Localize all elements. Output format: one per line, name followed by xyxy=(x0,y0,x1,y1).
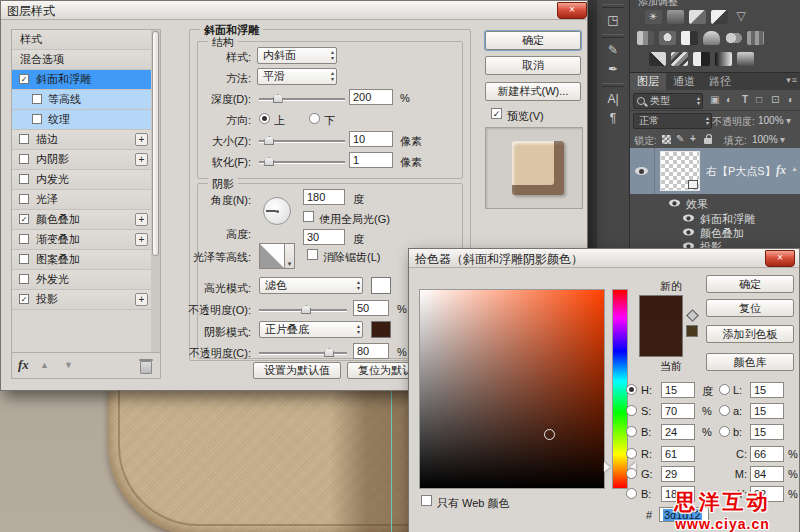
l-input[interactable]: 15 xyxy=(750,382,784,398)
checkbox[interactable] xyxy=(19,74,29,84)
layer-name[interactable]: 右【P大点S】 xyxy=(706,164,776,179)
close-icon[interactable] xyxy=(765,250,795,267)
bevel-style-dropdown[interactable]: 内斜面 xyxy=(257,47,337,64)
invert-icon[interactable] xyxy=(649,52,666,66)
levels-icon[interactable] xyxy=(667,10,684,24)
panel-icon-paragraph[interactable] xyxy=(597,109,629,128)
effects-row[interactable]: 效果 xyxy=(630,196,800,210)
layer-row[interactable]: 右【P大点S】 fx xyxy=(630,148,800,194)
checkbox[interactable] xyxy=(19,194,29,204)
panel-icon-tool-presets[interactable] xyxy=(597,11,629,30)
plus-icon[interactable] xyxy=(135,213,148,226)
filter-type-layers-icon[interactable] xyxy=(742,94,748,106)
cancel-button[interactable]: 取消 xyxy=(485,56,581,75)
angle-input[interactable]: 180 xyxy=(303,189,345,205)
plus-icon[interactable] xyxy=(135,153,148,166)
highlight-opacity-input[interactable]: 50 xyxy=(353,300,389,316)
selective-color-icon[interactable] xyxy=(737,52,754,66)
b-radio[interactable] xyxy=(626,426,637,437)
saturation-brightness-field[interactable] xyxy=(419,289,605,489)
filter-smart-objects-icon[interactable] xyxy=(771,94,779,106)
list-item-inner-shadow[interactable]: 内阴影 xyxy=(12,150,160,170)
list-item-texture[interactable]: 纹理 xyxy=(12,110,160,130)
size-slider[interactable] xyxy=(259,140,345,142)
panel-icon-character[interactable] xyxy=(597,90,629,109)
l-radio[interactable] xyxy=(719,384,730,395)
m-input[interactable]: 84 xyxy=(750,466,784,482)
effect-item-row[interactable]: 颜色叠加 xyxy=(630,225,800,239)
highlight-opacity-slider[interactable] xyxy=(259,309,347,311)
tab-channels[interactable]: 通道 xyxy=(666,73,702,90)
make-default-button[interactable]: 设置为默认值 xyxy=(253,362,341,379)
web-safe-swatch[interactable] xyxy=(686,325,698,337)
direction-down-radio[interactable] xyxy=(309,113,320,124)
angle-dial[interactable] xyxy=(263,197,291,225)
g-radio[interactable] xyxy=(626,468,637,479)
opacity-value[interactable]: 100% xyxy=(758,115,784,126)
contour-dropdown-icon[interactable] xyxy=(285,243,295,269)
depth-input[interactable]: 200 xyxy=(349,89,393,105)
vibrance-icon[interactable] xyxy=(733,10,750,24)
filter-shape-layers-icon[interactable] xyxy=(756,94,762,106)
tab-paths[interactable]: 路径 xyxy=(702,73,738,90)
checkbox[interactable] xyxy=(19,254,29,264)
ok-button[interactable]: 确定 xyxy=(485,31,581,50)
color-lookup-icon[interactable] xyxy=(747,31,764,45)
move-up-icon[interactable] xyxy=(40,360,49,370)
close-icon[interactable] xyxy=(557,2,587,19)
plus-icon[interactable] xyxy=(135,133,148,146)
checkbox[interactable] xyxy=(19,274,29,284)
list-item-drop-shadow[interactable]: 投影 xyxy=(12,290,160,310)
depth-slider[interactable] xyxy=(259,98,345,100)
soften-input[interactable]: 1 xyxy=(349,152,393,168)
lock-position-icon[interactable] xyxy=(690,133,696,144)
channel-mixer-icon[interactable] xyxy=(725,31,742,45)
color-libraries-button[interactable]: 颜色库 xyxy=(706,353,794,371)
color-picker-titlebar[interactable]: 拾色器（斜面和浮雕阴影颜色） xyxy=(409,249,799,268)
web-colors-only-checkbox[interactable] xyxy=(421,495,432,506)
picker-ok-button[interactable]: 确定 xyxy=(706,275,794,293)
curves-icon[interactable] xyxy=(689,10,706,24)
effect-item-row[interactable]: 斜面和浮雕 xyxy=(630,211,800,225)
h-input[interactable]: 15 xyxy=(661,382,695,398)
r-radio[interactable] xyxy=(626,448,637,459)
gloss-contour-thumbnail[interactable] xyxy=(259,243,285,269)
dropdown-icon[interactable] xyxy=(786,115,791,126)
preview-checkbox[interactable] xyxy=(491,108,502,119)
highlight-color-swatch[interactable] xyxy=(371,277,391,294)
s-radio[interactable] xyxy=(626,405,637,416)
layer-fx-badge[interactable]: fx xyxy=(776,163,786,178)
panel-icon-brush-presets[interactable] xyxy=(597,41,629,60)
filter-adjustment-layers-icon[interactable] xyxy=(726,94,732,106)
color-balance-icon[interactable] xyxy=(659,31,676,45)
new-style-button[interactable]: 新建样式(W)... xyxy=(485,82,581,101)
shadow-mode-dropdown[interactable]: 正片叠底 xyxy=(259,321,363,338)
b2-radio[interactable] xyxy=(626,488,637,499)
list-item-bevel-emboss[interactable]: 斜面和浮雕 xyxy=(12,70,160,90)
list-item-inner-glow[interactable]: 内发光 xyxy=(12,170,160,190)
list-item-outer-glow[interactable]: 外发光 xyxy=(12,270,160,290)
posterize-icon[interactable] xyxy=(671,52,688,66)
dropdown-icon[interactable] xyxy=(780,134,785,145)
fill-value[interactable]: 100% xyxy=(752,134,778,145)
a-radio[interactable] xyxy=(719,405,730,416)
b-input[interactable]: 24 xyxy=(661,424,695,440)
lab-b-radio[interactable] xyxy=(719,426,730,437)
effects-eye-icon[interactable] xyxy=(669,200,680,207)
effect-eye-icon[interactable] xyxy=(683,215,694,222)
effect-eye-icon[interactable] xyxy=(683,229,694,236)
tab-layers[interactable]: 图层 xyxy=(630,73,666,90)
filter-toggle-icon[interactable] xyxy=(788,94,794,106)
plus-icon[interactable] xyxy=(135,233,148,246)
scrollbar-thumb[interactable] xyxy=(152,31,159,256)
direction-up-radio[interactable] xyxy=(259,113,270,124)
technique-dropdown[interactable]: 平滑 xyxy=(257,68,337,85)
filter-kind-dropdown[interactable]: 类型 xyxy=(633,93,703,109)
list-scrollbar[interactable] xyxy=(151,30,160,352)
list-item-contour[interactable]: 等高线 xyxy=(12,90,160,110)
checkbox[interactable] xyxy=(19,214,29,224)
exposure-icon[interactable] xyxy=(711,10,728,24)
list-item-satin[interactable]: 光泽 xyxy=(12,190,160,210)
r-input[interactable]: 61 xyxy=(661,446,695,462)
s-input[interactable]: 70 xyxy=(661,403,695,419)
